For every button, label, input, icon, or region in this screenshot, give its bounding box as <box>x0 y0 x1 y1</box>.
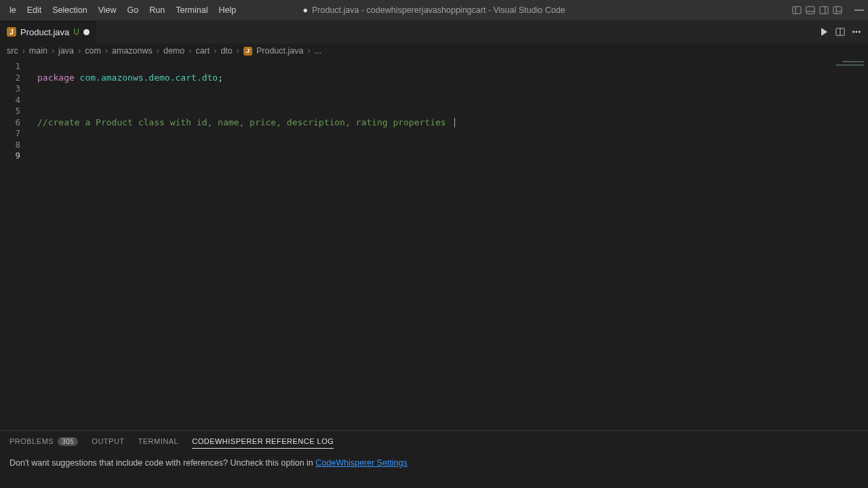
codewhisperer-settings-link[interactable]: CodeWhisperer Settings <box>315 458 407 468</box>
menu-run[interactable]: Run <box>144 0 170 20</box>
breadcrumbs[interactable]: src› main› java› com› amazonws› demo› ca… <box>0 43 868 58</box>
menu-terminal[interactable]: Terminal <box>170 0 213 20</box>
svg-rect-4 <box>820 7 828 14</box>
menu-selection[interactable]: Selection <box>47 0 92 20</box>
svg-rect-0 <box>793 7 801 14</box>
menu-go[interactable]: Go <box>122 0 144 20</box>
svg-point-13 <box>856 31 857 33</box>
panel-tab-codewhisperer-reflog[interactable]: CODEWHISPERER REFERENCE LOG <box>192 437 334 449</box>
minimize-icon[interactable] <box>854 9 864 11</box>
window-title: ●Product.java - codewhispererjavashoppin… <box>302 5 565 15</box>
editor-area[interactable]: 1 2 3 4 5 6 7 8 9 package com.amazonws.d… <box>0 58 868 431</box>
code-content[interactable]: package com.amazonws.demo.cart.dto; //cr… <box>37 61 455 285</box>
breadcrumb-item[interactable]: dto <box>220 46 232 56</box>
breadcrumb-symbol[interactable]: ... <box>315 46 321 56</box>
tab-git-status: U <box>73 27 79 37</box>
breadcrumb-item[interactable]: src <box>7 46 18 56</box>
svg-point-12 <box>852 31 854 33</box>
breadcrumb-item[interactable]: main <box>29 46 47 56</box>
text-cursor-icon <box>454 118 455 127</box>
tab-dirty-icon <box>83 29 90 35</box>
tab-label: Product.java <box>20 27 69 37</box>
breadcrumb-item[interactable]: com <box>85 46 101 56</box>
tab-bar: J Product.java U <box>0 20 868 43</box>
svg-rect-6 <box>833 7 842 14</box>
breadcrumb-item[interactable]: amazonws <box>112 46 153 56</box>
layout-toggle-bottom-icon[interactable] <box>806 5 815 15</box>
more-actions-icon[interactable] <box>852 27 861 37</box>
panel-tab-output[interactable]: OUTPUT <box>92 437 124 445</box>
menu-view[interactable]: View <box>93 0 122 20</box>
split-editor-icon[interactable] <box>835 27 845 37</box>
line-gutter: 1 2 3 4 5 6 7 8 9 <box>0 61 27 162</box>
menu-help[interactable]: Help <box>213 0 241 20</box>
breadcrumb-file[interactable]: Product.java <box>256 46 303 56</box>
layout-toggle-left-icon[interactable] <box>792 5 802 15</box>
breadcrumb-item[interactable]: demo <box>163 46 184 56</box>
panel-tab-problems[interactable]: PROBLEMS 305 <box>9 437 78 446</box>
menu-edit[interactable]: Edit <box>22 0 47 20</box>
problems-count-badge: 305 <box>58 437 78 446</box>
breadcrumb-item[interactable]: java <box>58 46 74 56</box>
svg-rect-2 <box>806 7 814 14</box>
panel-tab-terminal[interactable]: TERMINAL <box>138 437 179 445</box>
java-file-icon: J <box>7 27 16 37</box>
minimap[interactable] <box>833 58 867 431</box>
layout-toggle-right-icon[interactable] <box>819 5 829 15</box>
menu-file[interactable]: le <box>4 0 22 20</box>
dirty-indicator-icon: ● <box>302 5 308 15</box>
tab-product-java[interactable]: J Product.java U <box>0 20 97 43</box>
menubar: le Edit Selection View Go Run Terminal H… <box>0 0 868 20</box>
layout-customize-icon[interactable] <box>833 5 842 15</box>
breadcrumb-item[interactable]: cart <box>195 46 210 56</box>
run-play-icon[interactable] <box>819 27 829 37</box>
bottom-panel: PROBLEMS 305 OUTPUT TERMINAL CODEWHISPER… <box>0 430 868 488</box>
panel-content: Don't want suggestions that include code… <box>0 451 868 474</box>
svg-point-14 <box>859 31 860 33</box>
java-file-icon: J <box>243 47 252 56</box>
